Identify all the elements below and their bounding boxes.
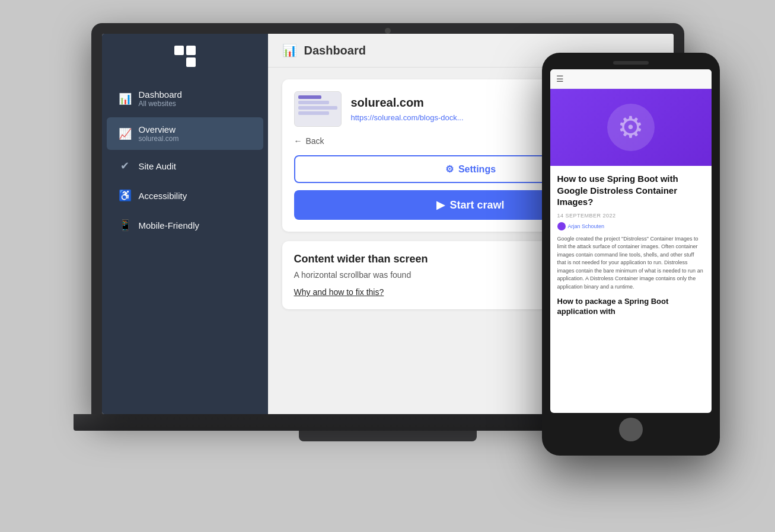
sidebar-item-dashboard-label: Dashboard bbox=[139, 89, 182, 100]
laptop-stand bbox=[299, 431, 477, 441]
thumb-bar-4 bbox=[298, 111, 330, 115]
sidebar-item-overview-label: Overview bbox=[139, 124, 179, 134]
tablet-author-name: Arjan Schouten bbox=[568, 223, 605, 229]
back-label: Back bbox=[306, 136, 324, 146]
tablet-article-title: How to use Spring Boot with Google Distr… bbox=[557, 173, 704, 208]
tablet-author-row: Arjan Schouten bbox=[557, 222, 704, 230]
play-icon: ▶ bbox=[436, 198, 445, 211]
site-audit-icon: ✔ bbox=[119, 159, 132, 172]
fix-link[interactable]: Why and how to fix this? bbox=[294, 287, 384, 297]
app-logo bbox=[174, 46, 196, 67]
tablet-nav-bar: ☰ bbox=[550, 69, 712, 89]
tablet-overlay: ☰ ⚙ How to use Spring Boot with Google D… bbox=[542, 53, 720, 456]
sidebar-item-overview[interactable]: 📈 Overview solureal.com bbox=[107, 117, 263, 150]
logo-dot-1 bbox=[174, 46, 184, 55]
back-arrow-icon: ← bbox=[294, 136, 302, 146]
sidebar-item-dashboard[interactable]: 📊 Dashboard All websites bbox=[107, 82, 263, 115]
page-title: Dashboard bbox=[304, 44, 366, 57]
dashboard-header-icon: 📊 bbox=[282, 43, 297, 57]
thumb-bar-3 bbox=[298, 106, 337, 110]
sidebar: 📊 Dashboard All websites 📈 Overview solu… bbox=[102, 34, 268, 414]
tablet-article-date: 14 September 2022 bbox=[557, 213, 704, 219]
tablet-screen: ☰ ⚙ How to use Spring Boot with Google D… bbox=[550, 69, 712, 413]
start-crawl-label: Start crawl bbox=[449, 199, 504, 211]
tablet-camera bbox=[613, 61, 649, 65]
mobile-friendly-icon: 📱 bbox=[119, 219, 132, 232]
logo-dot-4 bbox=[186, 57, 196, 67]
sidebar-item-accessibility-label: Accessibility bbox=[139, 191, 187, 201]
overview-icon: 📈 bbox=[119, 127, 132, 140]
tablet-article-h2: How to package a Spring Boot application… bbox=[557, 297, 704, 317]
hamburger-icon: ☰ bbox=[556, 74, 564, 84]
tablet-home-button[interactable] bbox=[619, 418, 643, 441]
sidebar-item-overview-sub: solureal.com bbox=[139, 134, 179, 143]
settings-label: Settings bbox=[458, 164, 496, 175]
sidebar-logo bbox=[102, 46, 268, 67]
laptop-camera bbox=[385, 28, 391, 34]
thumb-bar-1 bbox=[298, 95, 322, 99]
logo-dot-3 bbox=[174, 57, 184, 67]
tablet-hero-image: ⚙ bbox=[550, 89, 712, 166]
site-url-link[interactable]: https://solureal.com/blogs-dock... bbox=[351, 113, 464, 122]
accessibility-icon: ♿ bbox=[119, 189, 132, 202]
logo-dot-2 bbox=[186, 46, 196, 55]
tablet-content-area: How to use Spring Boot with Google Distr… bbox=[550, 166, 712, 324]
sidebar-item-accessibility[interactable]: ♿ Accessibility bbox=[107, 182, 263, 209]
dashboard-icon: 📊 bbox=[119, 92, 132, 105]
site-thumbnail bbox=[294, 91, 342, 127]
sidebar-item-dashboard-sub: All websites bbox=[139, 100, 182, 108]
settings-gear-icon: ⚙ bbox=[445, 164, 454, 175]
thumb-bar-2 bbox=[298, 101, 330, 104]
sidebar-item-site-audit[interactable]: ✔ Site Audit bbox=[107, 152, 263, 180]
sidebar-item-mobile-friendly-label: Mobile-Friendly bbox=[139, 220, 200, 230]
tablet-author-avatar bbox=[557, 222, 566, 230]
tablet-hero-gear-icon: ⚙ bbox=[607, 104, 655, 151]
tablet-body-text: Google created the project "Distroless" … bbox=[557, 235, 704, 291]
sidebar-item-mobile-friendly[interactable]: 📱 Mobile-Friendly bbox=[107, 211, 263, 239]
sidebar-item-site-audit-label: Site Audit bbox=[139, 161, 176, 171]
